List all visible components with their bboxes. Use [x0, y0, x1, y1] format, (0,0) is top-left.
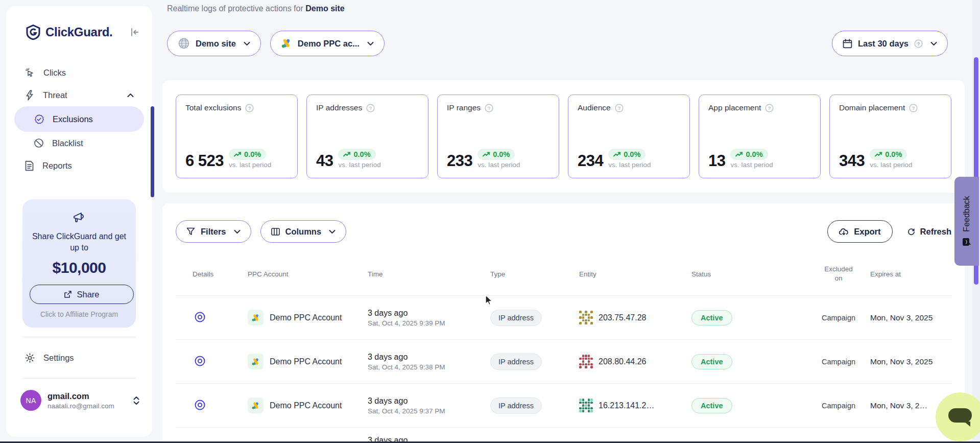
feedback-tab[interactable]: Feedback: [954, 177, 979, 266]
chevron-down-icon: [329, 229, 336, 234]
expires-at-value: Mon, Nov 3, 2025: [870, 313, 951, 322]
delta-value: 0.0%: [244, 150, 261, 158]
trend-up-icon: [234, 152, 241, 157]
chevron-down-icon: [930, 41, 937, 46]
affiliate-caption: Click to Affiliate Program: [30, 310, 129, 318]
chevron-down-icon: [244, 41, 250, 46]
type-badge: IP address: [490, 310, 542, 326]
export-button[interactable]: Export: [827, 220, 892, 243]
sidebar-item-blacklist[interactable]: Blacklist: [14, 132, 144, 154]
stat-label: App placement: [708, 103, 761, 112]
delta-value: 0.0%: [746, 150, 762, 158]
feedback-label: Feedback: [962, 196, 971, 231]
delta-badge: 0.0%: [229, 149, 266, 160]
sidebar-item-label: Exclusions: [53, 114, 93, 124]
column-header-time: Time: [368, 270, 490, 278]
delta-badge: 0.0%: [870, 149, 907, 160]
up-down-chevrons-icon: [133, 396, 140, 405]
sidebar-item-label: Reports: [42, 161, 72, 171]
site-selector-dropdown[interactable]: Demo site: [167, 31, 261, 56]
sidebar-item-label: Threat: [43, 90, 67, 100]
date-range-dropdown[interactable]: Last 30 days ?: [832, 31, 948, 56]
time-absolute: Sat, Oct 4, 2025 9:37 PM: [368, 407, 490, 415]
stat-caption: vs. last period: [229, 161, 271, 169]
columns-dropdown[interactable]: Columns: [260, 220, 347, 243]
filters-label: Filters: [201, 227, 226, 237]
google-ads-icon: [248, 310, 264, 325]
svg-text:?: ?: [768, 105, 771, 110]
cursor-click-icon: [25, 67, 35, 78]
svg-text:?: ?: [617, 105, 620, 110]
ppc-account-selector-value: Demo PPC ac...: [298, 39, 360, 49]
details-eye-button[interactable]: [193, 310, 207, 324]
svg-text:?: ?: [912, 105, 915, 110]
entity-value: 208.80.44.26: [599, 357, 646, 366]
refresh-button[interactable]: Refresh: [907, 227, 951, 237]
question-circle-icon[interactable]: ?: [615, 104, 624, 112]
delta-badge: 0.0%: [730, 149, 768, 160]
delta-badge: 0.0%: [477, 149, 515, 160]
filters-dropdown[interactable]: Filters: [176, 220, 251, 243]
sidebar-nav: Clicks Threat Exclusions Blacklist: [6, 61, 152, 177]
main-content: Realtime logs of protective actions for …: [162, 0, 965, 443]
trend-up-icon: [735, 152, 743, 157]
badge-check-icon: [34, 114, 44, 125]
question-circle-icon[interactable]: ?: [909, 104, 918, 112]
sidebar-item-settings[interactable]: Settings: [6, 346, 152, 369]
chat-launcher-button[interactable]: [936, 392, 980, 441]
stat-card-app-placement: App placement? 13 0.0% vs. last period: [699, 95, 821, 178]
columns-icon: [271, 228, 280, 236]
logo-row: ClickGuard.: [6, 25, 152, 40]
expires-at-value: Mon, Nov 3, 2025: [870, 357, 951, 366]
stat-card-ip-ranges: IP ranges? 233 0.0% vs. last period: [437, 95, 559, 178]
table-row: Demo PPC Account 3 days agoSat, Oct 4, 2…: [176, 295, 951, 339]
stat-caption: vs. last period: [608, 161, 651, 169]
time-relative: 3 days ago: [368, 309, 490, 318]
affiliate-card[interactable]: Share ClickGuard and get up to $10,000 S…: [22, 199, 136, 328]
column-header-expires-at: Expires at: [870, 270, 951, 278]
stat-label: Audience: [578, 103, 611, 112]
sidebar-item-reports[interactable]: Reports: [14, 154, 144, 177]
ppc-account-selector-dropdown[interactable]: Demo PPC ac...: [270, 31, 385, 56]
sidebar-item-clicks[interactable]: Clicks: [14, 61, 144, 84]
sidebar-item-label: Blacklist: [52, 138, 83, 148]
stat-value: 343: [839, 153, 865, 169]
question-circle-icon[interactable]: ?: [245, 104, 254, 112]
question-circle-icon[interactable]: ?: [765, 104, 774, 112]
sidebar-item-exclusions[interactable]: Exclusions: [14, 106, 144, 132]
svg-text:?: ?: [248, 105, 251, 110]
stat-value: 234: [578, 153, 603, 169]
share-button-label: Share: [77, 290, 99, 299]
sidebar: ClickGuard. Clicks Threat Exclusions: [6, 6, 152, 437]
stat-label: Total exclusions: [185, 103, 241, 112]
share-button[interactable]: Share: [30, 285, 134, 304]
filter-funnel-icon: [186, 227, 195, 236]
question-circle-icon[interactable]: ?: [914, 39, 923, 48]
divider: [22, 378, 136, 379]
avatar: NA: [20, 390, 41, 411]
gear-icon: [25, 353, 35, 363]
stat-value: 233: [447, 153, 472, 169]
column-header-ppc-account: PPC Account: [248, 270, 368, 278]
sidebar-item-threat[interactable]: Threat: [14, 84, 144, 106]
sidebar-collapse-icon[interactable]: [129, 26, 141, 38]
clickguard-logo-icon: [26, 25, 41, 40]
excluded-on-value: Campaign: [807, 402, 870, 410]
excluded-on-value: Campaign: [807, 358, 870, 366]
svg-text:?: ?: [917, 40, 920, 46]
column-header-entity: Entity: [579, 270, 691, 278]
calendar-icon: [843, 39, 852, 49]
stat-label: IP ranges: [447, 103, 481, 112]
question-circle-icon[interactable]: ?: [366, 104, 375, 112]
details-eye-button[interactable]: [193, 398, 207, 412]
ppc-account-name: Demo PPC Account: [270, 313, 342, 322]
sidebar-scrollbar-thumb[interactable]: [151, 106, 154, 197]
question-circle-icon[interactable]: ?: [485, 104, 493, 112]
details-eye-button[interactable]: [193, 354, 207, 368]
delta-value: 0.0%: [353, 150, 370, 158]
chevron-down-icon: [234, 229, 241, 234]
subtitle-prefix: Realtime logs of protective actions for: [167, 4, 303, 13]
delta-value: 0.0%: [493, 150, 510, 158]
type-badge: IP address: [490, 354, 542, 370]
account-switcher[interactable]: NA gmail.com naatali.ro@gmail.com: [6, 390, 152, 411]
